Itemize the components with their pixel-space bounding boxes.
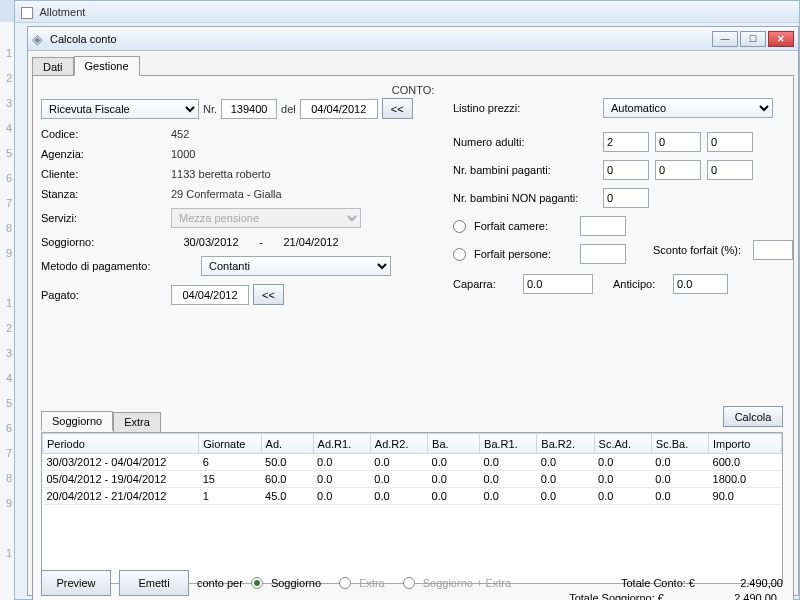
listino-label: Listino prezzi: — [453, 102, 603, 114]
grid-cell: 0.0 — [594, 471, 651, 488]
table-row[interactable]: 05/04/2012 - 19/04/20121560.00.00.00.00.… — [43, 471, 782, 488]
metodo-select[interactable]: Contanti — [201, 256, 391, 276]
grid-cell: 50.0 — [261, 454, 313, 471]
grid-header[interactable]: Ba. — [428, 434, 480, 454]
sconto-input[interactable] — [753, 240, 793, 260]
grid-cell: 05/04/2012 - 19/04/2012 — [43, 471, 199, 488]
grid-cell: 0.0 — [480, 471, 537, 488]
bambpag-3-input[interactable] — [707, 160, 753, 180]
grid-header[interactable]: Sc.Ad. — [594, 434, 651, 454]
radio-both[interactable] — [403, 577, 415, 589]
anticipo-input[interactable] — [673, 274, 728, 294]
servizi-label: Servizi: — [41, 212, 171, 224]
subtab-extra[interactable]: Extra — [113, 412, 161, 432]
grid-cell: 60.0 — [261, 471, 313, 488]
grid-cell: 0.0 — [537, 454, 594, 471]
tab-gestione[interactable]: Gestione — [74, 56, 140, 76]
calcola-button[interactable]: Calcola — [723, 406, 783, 427]
soggiorno-label: Soggiorno: — [41, 236, 171, 248]
maximize-button[interactable]: ☐ — [740, 31, 766, 47]
tab-dati[interactable]: Dati — [32, 57, 74, 77]
outer-title-text: Allotment — [39, 6, 85, 18]
anticipo-label: Anticipo: — [613, 278, 673, 290]
soggiorno-from: 30/03/2012 — [171, 236, 251, 248]
soggiorno-grid[interactable]: PeriodoGiornateAd.Ad.R1.Ad.R2.Ba.Ba.R1.B… — [41, 432, 783, 584]
sub-tabstrip: Soggiorno Extra — [41, 410, 161, 430]
grid-cell: 0.0 — [480, 488, 537, 505]
cube-icon — [32, 32, 46, 46]
grid-cell: 1 — [199, 488, 261, 505]
grid-header[interactable]: Ad.R2. — [370, 434, 427, 454]
grid-header[interactable]: Ba.R2. — [537, 434, 594, 454]
grid-header[interactable]: Ad. — [261, 434, 313, 454]
sconto-label: Sconto forfait (%): — [653, 244, 741, 256]
grid-cell: 0.0 — [313, 454, 370, 471]
grid-cell: 20/04/2012 - 21/04/2012 — [43, 488, 199, 505]
del-label: del — [281, 103, 296, 115]
doc-type-select[interactable]: Ricevuta Fiscale — [41, 99, 199, 119]
bambpag-2-input[interactable] — [655, 160, 701, 180]
table-row[interactable]: 30/03/2012 - 04/04/2012650.00.00.00.00.0… — [43, 454, 782, 471]
codice-value: 452 — [171, 128, 189, 140]
grid-cell: 1800.0 — [709, 471, 782, 488]
emetti-button[interactable]: Emetti — [119, 570, 189, 596]
footer-bar: Preview Emetti conto per Soggiorno Extra… — [41, 570, 783, 596]
doc-back-button[interactable]: << — [382, 98, 413, 119]
metodo-label: Metodo di pagamento: — [41, 260, 201, 272]
grid-cell: 15 — [199, 471, 261, 488]
pagato-date-input[interactable] — [171, 285, 249, 305]
bambnon-input[interactable] — [603, 188, 649, 208]
subtab-soggiorno[interactable]: Soggiorno — [41, 411, 113, 431]
main-tabstrip: Dati Gestione — [32, 55, 798, 75]
forfait-persone-label: Forfait persone: — [474, 248, 574, 260]
listino-select[interactable]: Automatico — [603, 98, 773, 118]
grid-header[interactable]: Ad.R1. — [313, 434, 370, 454]
forfait-camere-label: Forfait camere: — [474, 220, 574, 232]
caparra-input[interactable] — [523, 274, 593, 294]
preview-button[interactable]: Preview — [41, 570, 111, 596]
forfait-camere-input[interactable] — [580, 216, 626, 236]
adulti-1-input[interactable] — [603, 132, 649, 152]
conto-per-label: conto per — [197, 577, 243, 589]
grid-cell: 0.0 — [313, 488, 370, 505]
bambpag-1-input[interactable] — [603, 160, 649, 180]
grid-header[interactable]: Giornate — [199, 434, 261, 454]
grid-cell: 45.0 — [261, 488, 313, 505]
grid-header[interactable]: Periodo — [43, 434, 199, 454]
outer-titlebar[interactable]: Allotment — [15, 1, 799, 23]
pagato-back-button[interactable]: << — [253, 284, 284, 305]
radio-extra[interactable] — [339, 577, 351, 589]
adulti-2-input[interactable] — [655, 132, 701, 152]
grid-cell: 90.0 — [709, 488, 782, 505]
grid-cell: 0.0 — [594, 454, 651, 471]
grid-header[interactable]: Sc.Ba. — [651, 434, 708, 454]
grid-cell: 0.0 — [651, 454, 708, 471]
grid-cell: 0.0 — [313, 471, 370, 488]
forfait-persone-input[interactable] — [580, 244, 626, 264]
cliente-value: 1133 beretta roberto — [171, 168, 271, 180]
codice-label: Codice: — [41, 128, 171, 140]
radio-soggiorno[interactable] — [251, 577, 263, 589]
table-row[interactable]: 20/04/2012 - 21/04/2012145.00.00.00.00.0… — [43, 488, 782, 505]
totale-conto-label: Totale Conto: € — [621, 577, 695, 589]
grid-header[interactable]: Importo — [709, 434, 782, 454]
grid-header[interactable]: Ba.R1. — [480, 434, 537, 454]
inner-titlebar[interactable]: Calcola conto — ☐ ✕ — [28, 27, 798, 51]
forfait-camere-radio[interactable] — [453, 220, 466, 233]
grid-cell: 0.0 — [480, 454, 537, 471]
close-button[interactable]: ✕ — [768, 31, 794, 47]
servizi-select: Mezza pensione — [171, 208, 361, 228]
forfait-persone-radio[interactable] — [453, 248, 466, 261]
doc-nr-input[interactable] — [221, 99, 277, 119]
pagato-label: Pagato: — [41, 289, 171, 301]
left-ruler: 1234567891234567891 — [0, 22, 14, 600]
minimize-button[interactable]: — — [712, 31, 738, 47]
doc-date-input[interactable] — [300, 99, 378, 119]
gestione-panel: CONTO: Ricevuta Fiscale Nr. del << Codic… — [32, 75, 794, 600]
grid-cell: 0.0 — [651, 488, 708, 505]
grid-cell: 600.0 — [709, 454, 782, 471]
inner-title-text: Calcola conto — [50, 33, 117, 45]
stanza-value: 29 Confermata - Gialla — [171, 188, 282, 200]
radio-soggiorno-label: Soggiorno — [271, 577, 321, 589]
adulti-3-input[interactable] — [707, 132, 753, 152]
